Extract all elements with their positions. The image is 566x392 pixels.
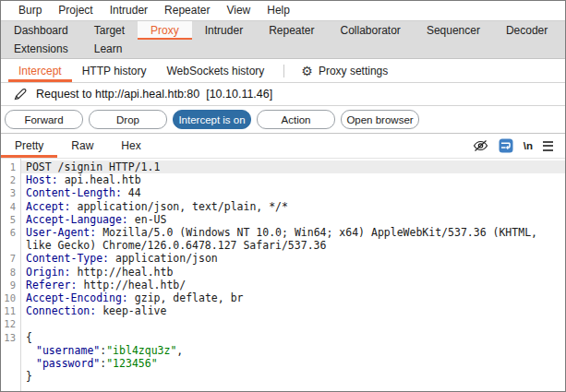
main-tab-row-2: Extensions Learn — [1, 40, 565, 58]
menu-view[interactable]: View — [218, 1, 259, 20]
header-row: 5 Accept-Language:en-US — [1, 213, 565, 226]
newline-icon-label: \n — [524, 140, 533, 151]
main-tab-bar: Dashboard Target Proxy Intruder Repeater… — [1, 21, 565, 59]
header-row: 6 User-Agent:Mozilla/5.0 (Windows NT 10.… — [1, 226, 565, 252]
tab-repeater[interactable]: Repeater — [256, 21, 327, 40]
header-row: 11 Connection:keep-alive — [1, 304, 565, 317]
header-row: 9 Referer:http://heal.htb/ — [1, 279, 565, 291]
menu-help[interactable]: Help — [259, 1, 298, 20]
tab-collaborator[interactable]: Collaborator — [328, 21, 414, 40]
burp-suite-window: Burp Project Intruder Repeater View Help… — [0, 0, 566, 392]
tab-target[interactable]: Target — [81, 21, 138, 40]
gear-icon: ⚙ — [301, 65, 313, 77]
tab-proxy[interactable]: Proxy — [138, 21, 192, 40]
open-browser-button[interactable]: Open browser — [341, 110, 419, 129]
editor-toolbar-icons: \n — [473, 134, 565, 158]
header-row: 8 Origin:http://heal.htb — [1, 266, 565, 279]
header-row: 2 Host:api.heal.htb — [1, 173, 565, 186]
proxy-settings-label: Proxy settings — [319, 65, 388, 77]
request-info-bar: Request to http://api.heal.htb:80 [10.10… — [1, 83, 565, 106]
header-row: 4 Accept:application/json, text/plain, *… — [1, 200, 565, 213]
tab-extensions[interactable]: Extensions — [1, 40, 81, 58]
tab-intruder[interactable]: Intruder — [192, 21, 256, 40]
subtab-http-history[interactable]: HTTP history — [72, 59, 157, 82]
editor-tab-hex[interactable]: Hex — [107, 134, 154, 158]
subtab-separator — [283, 65, 284, 77]
json-password-line: "password":"123456" — [1, 357, 565, 370]
message-editor: Pretty Raw Hex — [1, 133, 565, 391]
blank-line: 12 — [1, 317, 565, 330]
subtab-websockets-history[interactable]: WebSockets history — [157, 59, 275, 82]
header-row: 7 Content-Type:application/json — [1, 252, 565, 265]
request-editor-content[interactable]: 1 POST /signin HTTP/1.1 2 Host:api.heal.… — [1, 159, 565, 391]
menu-burp[interactable]: Burp — [10, 1, 50, 20]
pencil-icon — [13, 88, 28, 101]
json-username-line: "username":"ibl4zqu3z", — [1, 344, 565, 357]
show-newlines-icon[interactable]: \n — [524, 140, 533, 151]
proxy-subtab-bar: Intercept HTTP history WebSockets histor… — [1, 59, 565, 83]
forward-button[interactable]: Forward — [5, 110, 83, 129]
intercept-toggle-button[interactable]: Intercept is on — [173, 110, 251, 129]
word-wrap-icon[interactable] — [499, 138, 513, 153]
header-row: 3 Content-Length:44 — [1, 186, 565, 199]
tab-sequencer[interactable]: Sequencer — [414, 21, 493, 40]
menu-intruder[interactable]: Intruder — [102, 1, 156, 20]
menu-bar: Burp Project Intruder Repeater View Help — [1, 1, 565, 21]
action-button[interactable]: Action — [257, 110, 335, 129]
intercept-action-row: Forward Drop Intercept is on Action Open… — [1, 106, 565, 133]
tab-decoder[interactable]: Decoder — [493, 21, 560, 40]
request-start-line: 1 POST /signin HTTP/1.1 — [1, 160, 565, 173]
main-tab-row-1: Dashboard Target Proxy Intruder Repeater… — [1, 21, 565, 40]
editor-menu-icon[interactable] — [543, 141, 553, 151]
drop-button[interactable]: Drop — [89, 110, 167, 129]
toolbar-spacer — [155, 134, 473, 158]
hide-nonprintable-eye-icon[interactable] — [473, 139, 488, 152]
menu-repeater[interactable]: Repeater — [156, 1, 218, 20]
tab-learn[interactable]: Learn — [81, 40, 136, 58]
editor-toolbar: Pretty Raw Hex — [1, 134, 565, 159]
tab-dashboard[interactable]: Dashboard — [1, 21, 81, 40]
header-row: 10 Accept-Encoding:gzip, deflate, br — [1, 291, 565, 304]
json-open-brace-line: 13 { — [1, 331, 565, 344]
request-target-text: Request to http://api.heal.htb:80 [10.10… — [36, 88, 272, 101]
subtab-intercept[interactable]: Intercept — [8, 59, 72, 82]
editor-tab-pretty[interactable]: Pretty — [1, 134, 57, 158]
subtab-proxy-settings[interactable]: ⚙ Proxy settings — [294, 59, 395, 82]
json-close-brace-line: } — [1, 370, 565, 383]
editor-tab-raw[interactable]: Raw — [57, 134, 107, 158]
menu-project[interactable]: Project — [50, 1, 101, 20]
gutter-divider — [20, 159, 21, 391]
